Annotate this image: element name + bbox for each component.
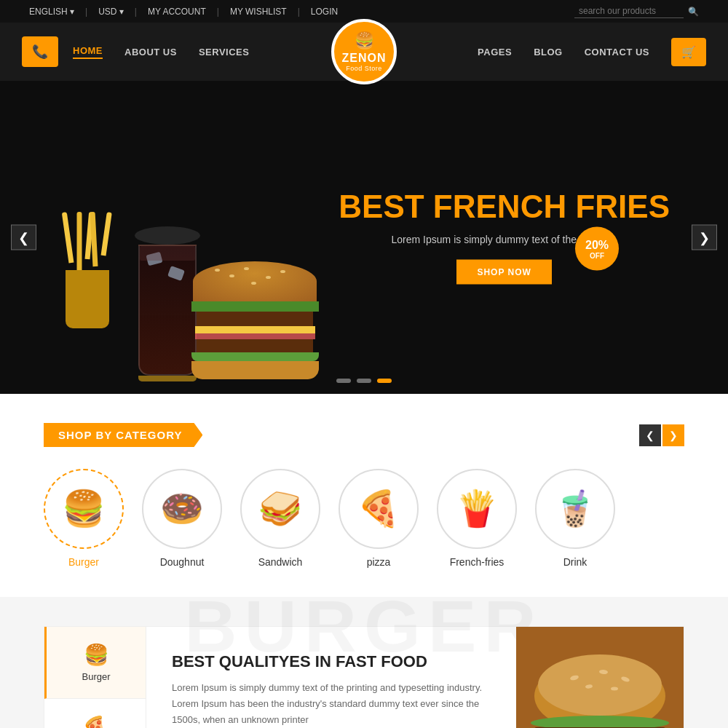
nav-home[interactable]: HOME — [73, 45, 103, 59]
hero-prev-arrow[interactable]: ❮ — [11, 225, 36, 250]
svg-point-6 — [611, 687, 618, 691]
nav-pages[interactable]: PAGES — [478, 47, 512, 58]
logo-sub: Food Store — [346, 65, 382, 72]
category-prev-button[interactable]: ❮ — [639, 424, 661, 446]
main-nav: 📞 HOME ABOUT US SERVICES 🍔 ZENON Food St… — [0, 23, 728, 81]
dot-1[interactable] — [336, 379, 351, 383]
cat-sandwich[interactable]: 🥪 Sandwich — [240, 469, 320, 568]
bg-text: BURGER — [184, 585, 543, 668]
cat-sandwich-label: Sandwich — [258, 556, 303, 568]
phone-button[interactable]: 📞 — [22, 36, 58, 67]
logo-icon: 🍔 — [355, 31, 374, 50]
cat-drink-label: Drink — [563, 556, 587, 568]
nav-links-right: PAGES BLOG CONTACT US 🛒 — [478, 38, 706, 66]
cat-pizza-circle: 🍕 — [339, 469, 419, 549]
cat-doughnut[interactable]: 🍩 Doughnut — [142, 469, 222, 568]
burger-tab-label: Burger — [82, 671, 110, 682]
cat-drink[interactable]: 🧋 Drink — [535, 469, 615, 568]
cat-burger-circle: 🍔 — [44, 469, 124, 549]
nav-contact[interactable]: CONTACT US — [585, 47, 649, 58]
svg-point-1 — [538, 654, 662, 716]
hero-next-arrow[interactable]: ❯ — [692, 225, 717, 250]
logo[interactable]: 🍔 ZENON Food Store — [331, 19, 397, 84]
section-title: SHOP BY CATEGORY — [44, 423, 202, 447]
dot-2[interactable] — [357, 379, 371, 383]
hero-subtitle: Lorem Ipsum is simply dummy text of the … — [339, 234, 670, 245]
hero-dots — [336, 379, 392, 383]
hero-content: 20% OFF BEST FRENCH FRIES Lorem Ipsum is… — [339, 191, 670, 285]
cat-pizza[interactable]: 🍕 pizza — [339, 469, 419, 568]
quality-section: BURGER 🍔 Burger 🍕 Pizza 🥤 Cold drinks BE… — [0, 597, 728, 728]
search-icon[interactable]: 🔍 — [688, 7, 699, 17]
cat-doughnut-label: Doughnut — [160, 556, 205, 568]
cat-burger-label: Burger — [68, 556, 99, 568]
nav-services[interactable]: SERVICES — [199, 47, 250, 58]
pizza-tab-icon: 🍕 — [82, 715, 108, 728]
q-tab-burger[interactable]: 🍔 Burger — [44, 627, 146, 699]
hero-section: ❮ — [0, 81, 728, 394]
my-wishlist-link[interactable]: MY WISHLIST — [230, 7, 287, 17]
quality-burger-image — [516, 627, 684, 728]
fries-image — [51, 270, 124, 379]
hero-title: BEST FRENCH FRIES — [339, 191, 670, 223]
section-title-wrap: SHOP BY CATEGORY — [44, 423, 202, 447]
my-account-link[interactable]: MY ACCOUNT — [148, 7, 206, 17]
burger-image — [182, 219, 328, 379]
cat-doughnut-circle: 🍩 — [142, 469, 222, 549]
burger-photo — [516, 627, 684, 728]
nav-about[interactable]: ABOUT US — [124, 47, 177, 58]
cart-button[interactable]: 🛒 — [671, 38, 706, 66]
cat-pizza-label: pizza — [367, 556, 391, 568]
quality-sidebar: 🍔 Burger 🍕 Pizza 🥤 Cold drinks — [44, 627, 146, 728]
cat-fries-label: French-fries — [450, 556, 505, 568]
discount-badge: 20% OFF — [575, 227, 619, 271]
hero-food-image — [36, 117, 342, 394]
search-area: 🔍 — [574, 4, 699, 18]
quality-desc: Lorem Ipsum is simply dummy text of the … — [172, 680, 491, 728]
category-list: 🍔 Burger 🍩 Doughnut 🥪 Sandwich 🍕 pizza 🍟… — [44, 469, 684, 568]
lang-selector[interactable]: ENGLISH ▾ — [29, 7, 74, 17]
burger-svg — [516, 641, 684, 728]
shop-now-button[interactable]: SHOP NOW — [456, 260, 551, 285]
cat-drink-circle: 🧋 — [535, 469, 615, 549]
cat-burger[interactable]: 🍔 Burger — [44, 469, 124, 568]
dot-3[interactable] — [377, 379, 392, 383]
login-link[interactable]: LOGIN — [311, 7, 338, 17]
nav-links-left: HOME ABOUT US SERVICES — [73, 45, 249, 59]
cat-fries[interactable]: 🍟 French-fries — [437, 469, 517, 568]
category-nav-arrows: ❮ ❯ — [639, 424, 684, 446]
category-section: SHOP BY CATEGORY ❮ ❯ 🍔 Burger 🍩 Doughnut… — [0, 394, 728, 597]
cat-fries-circle: 🍟 — [437, 469, 517, 549]
nav-blog[interactable]: BLOG — [534, 47, 563, 58]
currency-selector[interactable]: USD ▾ — [98, 7, 124, 17]
category-header: SHOP BY CATEGORY ❮ ❯ — [44, 423, 684, 447]
cat-sandwich-circle: 🥪 — [240, 469, 320, 549]
burger-tab-icon: 🍔 — [84, 643, 109, 667]
q-tab-pizza[interactable]: 🍕 Pizza — [44, 699, 146, 728]
logo-name: ZENON — [342, 52, 387, 65]
category-next-button[interactable]: ❯ — [662, 424, 684, 446]
search-input[interactable] — [574, 4, 684, 18]
